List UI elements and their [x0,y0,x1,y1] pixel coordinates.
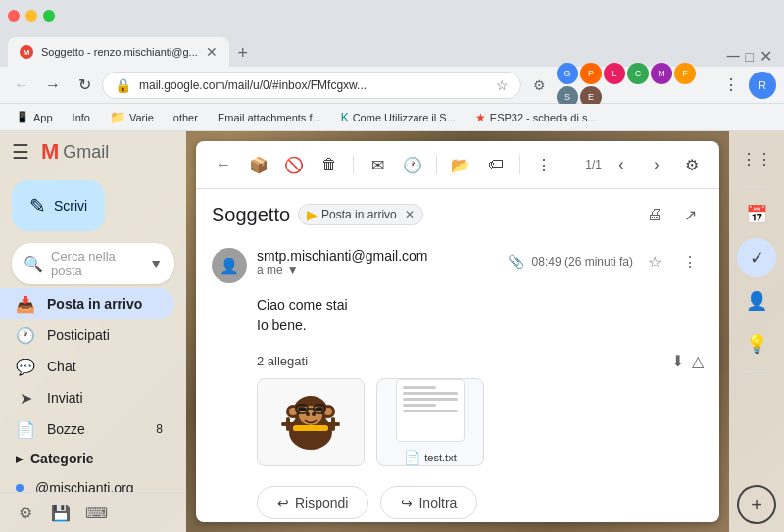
add-app-btn[interactable]: + [737,485,776,524]
send-icon: ➤ [16,389,35,408]
body-line-1: Ciao come stai [257,295,704,315]
download-all-icon[interactable]: ⬇ [671,352,684,370]
extensions-btn[interactable]: ⚙ [525,72,553,99]
back-btn[interactable]: ← [8,72,35,99]
sidebar-item-chat[interactable]: 💬 Chat [0,351,174,382]
forward-button[interactable]: ↪ Inoltra [380,486,477,519]
next-email-btn[interactable]: › [641,149,672,180]
right-sidebar: ⋮⋮ 📅 ✓ 👤 💡 + [729,131,784,532]
google-apps-icon[interactable]: ⋮⋮ [737,139,776,178]
hamburger-menu-btn[interactable]: ☰ [12,140,29,164]
attachment-txt-file[interactable]: 📄 test.txt [376,378,484,466]
open-new-window-btn[interactable]: ↗ [676,201,704,228]
forward-label: Inoltra [418,495,457,510]
move-btn[interactable]: 📂 [445,149,476,180]
email-actions: ↩ Rispondi ↪ Inoltra [196,474,719,522]
inbox-tag-label: Posta in arrivo [321,208,397,221]
ext-icon-3[interactable]: L [604,63,625,84]
inbox-tag-icon: ▶ [307,207,318,222]
address-bar[interactable]: 🔒 mail.google.com/mail/u/0/#inbox/FMfcgx… [102,72,521,99]
bookmark-app[interactable]: 📱 App [8,109,61,125]
keyboard-icon[interactable]: ⌨ [82,499,110,526]
forward-btn[interactable]: → [39,72,67,99]
compose-button[interactable]: ✎ Scrivi [12,180,105,231]
calendar-right-icon[interactable]: 📅 [737,195,776,234]
svg-rect-14 [293,425,328,431]
email-area: ← 📦 🚫 🗑 ✉ 🕐 📂 🏷 ⋮ 1/1 ‹ › [186,131,729,532]
reply-button[interactable]: ↩ Rispondi [257,486,368,519]
mark-unread-btn[interactable]: ✉ [362,149,393,180]
bookmark-esp32[interactable]: ★ ESP32 - scheda di s... [467,109,605,126]
menu-btn[interactable]: ⋮ [717,72,745,99]
attachments-header: 2 allegati ⬇ △ [257,352,704,370]
settings-icon[interactable]: ⚙ [12,499,39,526]
search-bar[interactable]: 🔍 Cerca nella posta ▼ [12,243,174,284]
attachment-count: 2 allegati [257,354,308,368]
file-type-icon: 📄 [404,450,420,465]
bookmark-info[interactable]: Info [65,110,98,125]
new-tab-btn[interactable]: + [229,39,257,67]
snooze-btn[interactable]: 🕐 [397,149,428,180]
maximize-window-btn[interactable] [43,10,55,22]
sidebar-item-mischianti[interactable]: @mischianti.org [0,472,174,492]
ext-icon-1[interactable]: G [557,63,578,84]
sidebar-item-categories[interactable]: ▸ Categorie [0,445,186,472]
lock-icon: 🔒 [115,77,131,93]
attachments-grid: 📄 test.txt [257,378,704,466]
sidebar-item-drafts[interactable]: 📄 Bozze 8 [0,413,174,445]
bookmark-email-attach[interactable]: Email attachments f... [210,110,329,125]
sidebar-item-snoozed[interactable]: 🕐 Posticipati [0,319,174,351]
bookmark-icon-app: 📱 [16,111,29,123]
right-divider-1 [745,186,768,187]
sender-to[interactable]: a me ▼ [257,264,498,277]
ext-icon-6[interactable]: F [674,63,696,84]
ext-icon-5[interactable]: M [651,63,672,84]
ext-icon-4[interactable]: C [627,63,649,84]
sidebar-item-inbox[interactable]: 📥 Posta in arrivo [0,288,174,319]
minimize-window-btn[interactable] [25,10,37,22]
gmail-logo: M Gmail [41,139,109,165]
email-header: Soggetto ▶ Posta in arrivo ✕ 🖨 ↗ [196,189,719,244]
delete-btn[interactable]: 🗑 [314,149,345,180]
file-lines [403,386,458,415]
archive-btn[interactable]: 📦 [243,149,274,180]
email-sender-row: 👤 smtp.mischianti@gmail.com a me ▼ 📎 08:… [196,244,719,287]
label-btn[interactable]: 🏷 [480,149,512,180]
reload-btn[interactable]: ↻ [71,72,98,99]
sidebar-item-sent[interactable]: ➤ Inviati [0,382,174,413]
prev-email-btn[interactable]: ‹ [606,149,637,180]
settings-btn[interactable]: ⚙ [676,149,708,180]
file-line-3 [403,398,458,401]
tab-close-btn[interactable]: ✕ [206,44,218,60]
keep-right-icon[interactable]: 💡 [737,324,776,363]
bookmark-esp-icon: ★ [475,111,486,124]
remove-label-btn[interactable]: ✕ [405,208,415,221]
ext-icon-2[interactable]: P [580,63,602,84]
bookmark-come[interactable]: K Come Utilizzare il S... [333,109,464,126]
back-to-inbox-btn[interactable]: ← [208,149,239,180]
svg-rect-7 [299,408,307,411]
file-name: test.txt [424,452,456,463]
more-btn[interactable]: ⋮ [528,149,560,180]
attachment-monkey[interactable] [257,378,365,466]
profile-avatar[interactable]: R [749,72,776,99]
email-meta-right: 📎 08:49 (26 minuti fa) ☆ ⋮ [508,248,704,275]
tasks-right-icon[interactable]: ✓ [737,238,776,277]
close-window-btn[interactable] [8,10,20,22]
spam-btn[interactable]: 🚫 [278,149,310,180]
bookmark-star-icon[interactable]: ☆ [496,77,509,93]
bookmark-other[interactable]: other [166,110,206,125]
contacts-right-icon[interactable]: 👤 [737,281,776,320]
bookmark-varie[interactable]: 📁 Varie [102,108,162,126]
storage-icon[interactable]: 💾 [47,499,74,526]
more-options-btn[interactable]: ⋮ [676,248,704,275]
active-tab[interactable]: M Soggetto - renzo.mischianti@g... ✕ [8,37,229,67]
title-bar [0,0,784,31]
sender-avatar: 👤 [212,248,247,283]
drive-save-icon[interactable]: △ [692,352,704,370]
inbox-label-tag[interactable]: ▶ Posta in arrivo ✕ [298,204,423,225]
search-filter-icon[interactable]: ▼ [149,256,163,271]
clock-icon: 🕐 [16,326,35,345]
print-btn[interactable]: 🖨 [641,201,668,228]
star-btn[interactable]: ☆ [641,248,668,275]
